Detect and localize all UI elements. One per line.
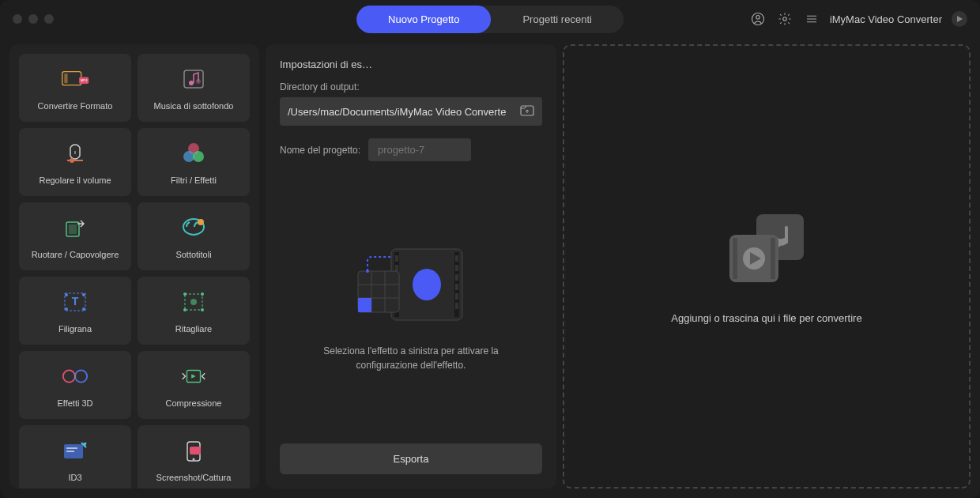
svg-point-47: [193, 458, 195, 461]
convert-icon: MP4: [61, 65, 89, 93]
tool-compression[interactable]: Compressione: [138, 351, 250, 419]
music-bg-icon: [179, 65, 208, 93]
svg-rect-61: [455, 284, 458, 290]
tool-label: Screenshot/Cattura: [156, 473, 232, 482]
preview-hint-text: Seleziona l'effetto a sinistra per attiv…: [308, 344, 514, 372]
maximize-button[interactable]: [44, 14, 54, 24]
svg-point-2: [783, 17, 787, 21]
drop-hint-text: Aggiungi o trascina qui i file per conve…: [671, 312, 861, 324]
tool-screenshot[interactable]: Screenshot/Cattura: [138, 425, 250, 489]
tool-watermark[interactable]: T Filigrana: [19, 277, 131, 345]
tool-label: Musica di sottofondo: [154, 101, 234, 111]
tool-label: Effetti 3D: [57, 398, 92, 408]
tool-label: Convertire Formato: [38, 101, 113, 111]
compress-icon: [179, 362, 208, 390]
tool-convert-format[interactable]: MP4 Convertire Formato: [19, 54, 131, 122]
svg-rect-76: [771, 238, 775, 279]
svg-point-15: [70, 158, 74, 163]
watermark-icon: T: [61, 288, 89, 316]
user-icon[interactable]: [749, 10, 767, 28]
tool-label: Compressione: [166, 398, 222, 408]
svg-point-1: [756, 16, 760, 20]
svg-text:T: T: [72, 295, 79, 307]
svg-point-26: [82, 293, 85, 296]
svg-point-18: [183, 151, 194, 162]
svg-rect-70: [358, 298, 371, 312]
tool-subtitles[interactable]: Sottotitoli: [138, 202, 250, 270]
settings-title: Impostazioni di es…: [280, 58, 542, 70]
subtitles-icon: [179, 213, 208, 242]
svg-point-31: [183, 292, 187, 296]
svg-rect-60: [455, 274, 458, 281]
browse-folder-icon[interactable]: [520, 104, 534, 119]
effects-3d-icon: [61, 362, 89, 390]
svg-rect-63: [455, 303, 458, 309]
tab-new-project[interactable]: Nuovo Progetto: [356, 6, 491, 33]
screenshot-icon: [179, 436, 208, 465]
preview-area: Seleziona l'effetto a sinistra per attiv…: [280, 185, 542, 428]
close-button[interactable]: [13, 14, 22, 24]
menu-icon[interactable]: [803, 10, 820, 28]
svg-point-19: [193, 151, 204, 162]
tab-recent-projects[interactable]: Progetti recenti: [491, 6, 623, 33]
tool-sidebar: MP4 Convertire Formato Musica di sottofo…: [9, 44, 259, 489]
svg-rect-53: [395, 265, 398, 271]
tool-label: Filtri / Effetti: [171, 175, 217, 185]
svg-point-12: [189, 81, 194, 85]
app-title: iMyMac Video Converter: [830, 13, 942, 25]
window-controls: [13, 14, 54, 24]
tool-label: Sottotitoli: [175, 250, 211, 259]
svg-point-25: [65, 293, 68, 296]
output-dir-label: Directory di output:: [280, 81, 542, 92]
svg-point-71: [366, 270, 369, 273]
tool-adjust-volume[interactable]: Regolare il volume: [19, 128, 131, 196]
toolbar-right: iMyMac Video Converter: [749, 10, 967, 28]
svg-rect-46: [190, 447, 201, 455]
app-window: Nuovo Progetto Progetti recenti iMyMac V…: [0, 0, 980, 498]
svg-marker-6: [957, 16, 963, 22]
tool-label: ID3: [68, 473, 81, 482]
svg-rect-75: [733, 238, 737, 279]
svg-point-36: [63, 370, 75, 382]
crop-icon: [179, 288, 208, 316]
svg-point-28: [82, 307, 85, 311]
tool-crop[interactable]: Ritagliare: [138, 277, 250, 345]
svg-point-64: [413, 269, 441, 300]
rotate-icon: [61, 213, 89, 242]
filters-icon: [179, 139, 208, 168]
svg-rect-62: [455, 293, 458, 300]
tool-rotate-flip[interactable]: Ruotare / Capovolgere: [19, 202, 131, 270]
output-dir-row: /Users/mac/Documents/iMyMac Video Conver…: [280, 97, 542, 126]
svg-point-33: [183, 308, 187, 311]
titlebar: Nuovo Progetto Progetti recenti iMyMac V…: [0, 0, 980, 38]
tool-label: Ritagliare: [175, 324, 212, 334]
drop-zone[interactable]: Aggiungi o trascina qui i file per conve…: [563, 44, 971, 489]
tool-id3[interactable]: ID3: [19, 425, 131, 489]
svg-point-37: [75, 370, 87, 382]
drop-illustration-icon: [723, 209, 810, 289]
main-area: MP4 Convertire Formato Musica di sottofo…: [0, 38, 980, 498]
project-name-input[interactable]: [368, 138, 471, 161]
tool-filters-effects[interactable]: Filtri / Effetti: [138, 128, 250, 196]
tool-label: Regolare il volume: [39, 175, 111, 185]
gear-icon[interactable]: [776, 10, 793, 28]
svg-text:MP4: MP4: [81, 78, 88, 82]
settings-panel: Impostazioni di es… Directory di output:…: [266, 44, 556, 489]
svg-point-35: [190, 299, 197, 305]
main-tabs: Nuovo Progetto Progetti recenti: [356, 6, 624, 33]
id3-icon: [61, 436, 89, 465]
svg-point-23: [198, 219, 204, 225]
preview-illustration-icon: [352, 241, 470, 328]
tool-3d-effects[interactable]: Effetti 3D: [19, 351, 131, 419]
tool-background-music[interactable]: Musica di sottofondo: [138, 54, 250, 122]
svg-rect-58: [455, 255, 458, 262]
tool-label: Filigrana: [58, 324, 92, 334]
minimize-button[interactable]: [28, 14, 38, 24]
export-button[interactable]: Esporta: [280, 443, 542, 474]
output-dir-value: /Users/mac/Documents/iMyMac Video Conver…: [288, 106, 520, 118]
svg-rect-8: [64, 74, 67, 83]
tool-label: Ruotare / Capovolgere: [32, 250, 119, 259]
svg-point-34: [201, 308, 204, 311]
svg-rect-42: [66, 447, 77, 449]
volume-icon: [61, 139, 89, 168]
